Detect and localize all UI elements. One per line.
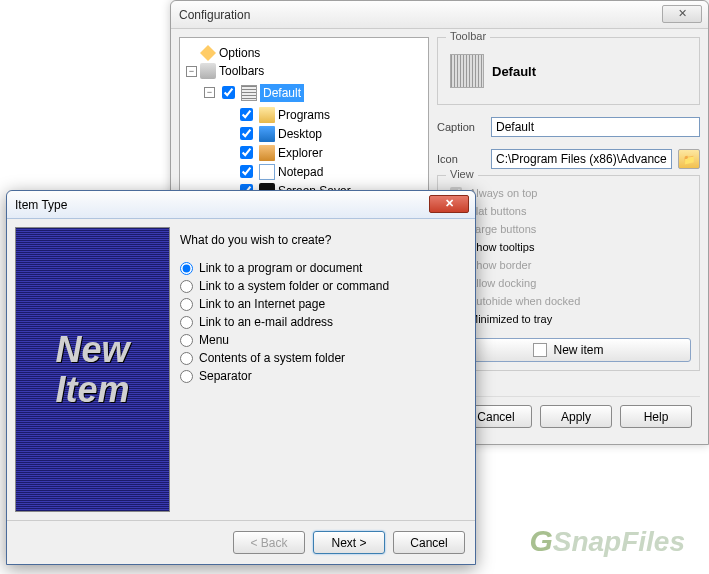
tree-item-label: Explorer bbox=[278, 144, 323, 162]
view-option-label: Large buttons bbox=[469, 220, 536, 238]
view-groupbox: View Always on topFlat buttonsLarge butt… bbox=[437, 175, 700, 371]
icon-label: Icon bbox=[437, 153, 485, 165]
toolbar-icon bbox=[241, 85, 257, 101]
tree-node-default[interactable]: − Default ProgramsDesktopExplorerNotepad… bbox=[204, 83, 422, 200]
tree-check-item[interactable] bbox=[240, 127, 253, 140]
radio-input[interactable] bbox=[180, 316, 193, 329]
right-panel: Toolbar Default Caption Icon 📁 View Alwa… bbox=[437, 37, 700, 436]
tree-node-item[interactable]: Desktop bbox=[222, 124, 422, 143]
back-button: < Back bbox=[233, 531, 305, 554]
config-title: Configuration bbox=[179, 8, 250, 22]
wizard-question: What do you wish to create? bbox=[180, 233, 467, 247]
view-option: Show border bbox=[446, 256, 691, 274]
tree-item-label: Programs bbox=[278, 106, 330, 124]
tree-item-icon bbox=[259, 107, 275, 123]
radio-input[interactable] bbox=[180, 352, 193, 365]
radio-label: Link to an e-mail address bbox=[199, 315, 333, 329]
radio-input[interactable] bbox=[180, 370, 193, 383]
view-option: Allow docking bbox=[446, 274, 691, 292]
view-option-label: Allow docking bbox=[469, 274, 536, 292]
collapse-icon[interactable]: − bbox=[204, 87, 215, 98]
wizard-graphic-line2: Item bbox=[55, 370, 129, 410]
view-option-label: Minimized to tray bbox=[469, 310, 552, 328]
radio-input[interactable] bbox=[180, 262, 193, 275]
toolbar-preview: Default bbox=[446, 46, 691, 96]
view-option-label: Show tooltips bbox=[469, 238, 534, 256]
caption-row: Caption bbox=[437, 117, 700, 137]
browse-icon-button[interactable]: 📁 bbox=[678, 149, 700, 169]
view-option-label: Autohide when docked bbox=[469, 292, 580, 310]
tree-item-icon bbox=[259, 164, 275, 180]
radio-option[interactable]: Contents of a system folder bbox=[180, 351, 467, 365]
caption-input[interactable] bbox=[491, 117, 700, 137]
radio-option[interactable]: Separator bbox=[180, 369, 467, 383]
config-footer: Cancel Apply Help bbox=[437, 396, 700, 436]
item-titlebar[interactable]: Item Type ✕ bbox=[7, 191, 475, 219]
view-option-label: Flat buttons bbox=[469, 202, 526, 220]
view-option: Flat buttons bbox=[446, 202, 691, 220]
new-item-label: New item bbox=[553, 343, 603, 357]
apply-button[interactable]: Apply bbox=[540, 405, 612, 428]
view-option[interactable]: Show tooltips bbox=[446, 238, 691, 256]
view-option[interactable]: Minimized to tray bbox=[446, 310, 691, 328]
tree-check-default[interactable] bbox=[222, 86, 235, 99]
icon-row: Icon 📁 bbox=[437, 149, 700, 169]
wizard-graphic: New Item bbox=[15, 227, 170, 512]
radio-input[interactable] bbox=[180, 280, 193, 293]
tree-label-default: Default bbox=[260, 84, 304, 102]
tree-node-item[interactable]: Programs bbox=[222, 105, 422, 124]
tree-check-item[interactable] bbox=[240, 108, 253, 121]
icon-input[interactable] bbox=[491, 149, 672, 169]
radio-list: Link to a program or documentLink to a s… bbox=[180, 261, 467, 383]
radio-label: Link to a program or document bbox=[199, 261, 362, 275]
tree-node-options[interactable]: Options bbox=[186, 44, 422, 62]
radio-label: Link to an Internet page bbox=[199, 297, 325, 311]
wizard-content: What do you wish to create? Link to a pr… bbox=[180, 227, 467, 512]
radio-label: Link to a system folder or command bbox=[199, 279, 389, 293]
tree-node-item[interactable]: Explorer bbox=[222, 143, 422, 162]
caption-label: Caption bbox=[437, 121, 485, 133]
radio-option[interactable]: Link to an Internet page bbox=[180, 297, 467, 311]
next-button[interactable]: Next > bbox=[313, 531, 385, 554]
collapse-icon[interactable]: − bbox=[186, 66, 197, 77]
view-option: Autohide when docked bbox=[446, 292, 691, 310]
help-button[interactable]: Help bbox=[620, 405, 692, 428]
tree-item-label: Desktop bbox=[278, 125, 322, 143]
tree-label-toolbars: Toolbars bbox=[219, 62, 264, 80]
radio-option[interactable]: Link to an e-mail address bbox=[180, 315, 467, 329]
view-option-label: Always on top bbox=[469, 184, 537, 202]
toolbar-preview-label: Default bbox=[492, 64, 536, 79]
watermark-prefix: G bbox=[529, 524, 552, 557]
view-option: Large buttons bbox=[446, 220, 691, 238]
radio-label: Menu bbox=[199, 333, 229, 347]
radio-label: Contents of a system folder bbox=[199, 351, 345, 365]
item-close-button[interactable]: ✕ bbox=[429, 195, 469, 213]
item-type-dialog: Item Type ✕ New Item What do you wish to… bbox=[6, 190, 476, 565]
item-cancel-button[interactable]: Cancel bbox=[393, 531, 465, 554]
tree-check-item[interactable] bbox=[240, 146, 253, 159]
radio-option[interactable]: Link to a program or document bbox=[180, 261, 467, 275]
view-group-title: View bbox=[446, 168, 478, 180]
tree-node-toolbars[interactable]: − Toolbars − Default ProgramsDesktopExpl… bbox=[186, 62, 422, 200]
toolbars-icon bbox=[200, 63, 216, 79]
toolbar-preview-icon bbox=[450, 54, 484, 88]
item-dialog-title: Item Type bbox=[15, 198, 67, 212]
wizard-graphic-line1: New bbox=[55, 330, 129, 370]
config-close-button[interactable]: ✕ bbox=[662, 5, 702, 23]
watermark: GSnapFiles bbox=[529, 524, 685, 558]
new-item-icon bbox=[533, 343, 547, 357]
radio-input[interactable] bbox=[180, 334, 193, 347]
view-option-label: Show border bbox=[469, 256, 531, 274]
radio-option[interactable]: Menu bbox=[180, 333, 467, 347]
radio-label: Separator bbox=[199, 369, 252, 383]
tree-check-item[interactable] bbox=[240, 165, 253, 178]
tree-node-item[interactable]: Notepad bbox=[222, 162, 422, 181]
item-body: New Item What do you wish to create? Lin… bbox=[7, 219, 475, 520]
tree-label-options: Options bbox=[219, 44, 260, 62]
config-titlebar[interactable]: Configuration ✕ bbox=[171, 1, 708, 29]
watermark-text: SnapFiles bbox=[553, 526, 685, 557]
new-item-button[interactable]: New item bbox=[446, 338, 691, 362]
radio-option[interactable]: Link to a system folder or command bbox=[180, 279, 467, 293]
radio-input[interactable] bbox=[180, 298, 193, 311]
tree-item-icon bbox=[259, 145, 275, 161]
